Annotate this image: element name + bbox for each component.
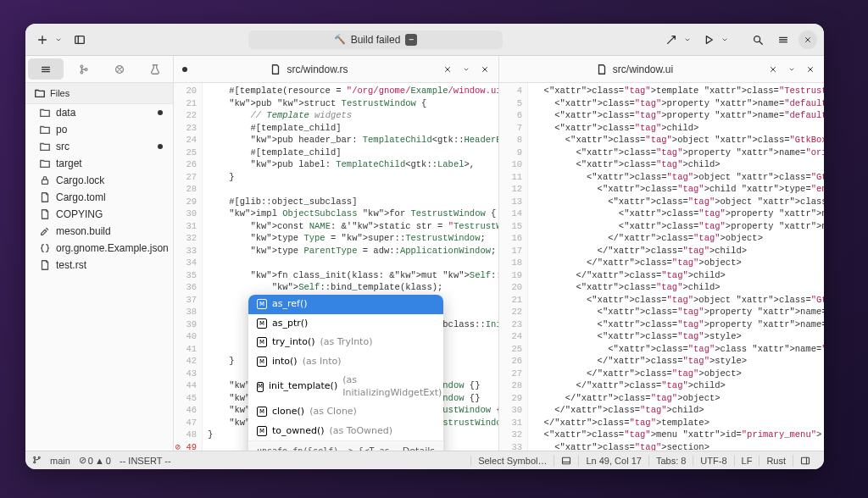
hammer-icon: 🔨 bbox=[334, 34, 346, 45]
sidebar-tab-vcs[interactable] bbox=[66, 56, 102, 82]
language[interactable]: Rust bbox=[759, 456, 793, 466]
build-dropdown[interactable] bbox=[682, 30, 693, 50]
tab-window-ui[interactable]: src/window.ui bbox=[504, 64, 765, 75]
completion-details-button[interactable]: Details bbox=[403, 445, 435, 451]
pane-close-button[interactable] bbox=[802, 61, 819, 78]
completion-label: clone() bbox=[272, 406, 304, 418]
completion-item[interactable]: мinit_template() (as InitializingWidgetE… bbox=[248, 371, 443, 402]
panel-toggle[interactable] bbox=[554, 455, 578, 467]
run-dropdown[interactable] bbox=[719, 30, 731, 50]
new-button[interactable] bbox=[32, 30, 53, 50]
file-tree-item[interactable]: org.gnome.Example.json bbox=[25, 240, 173, 257]
run-button[interactable] bbox=[698, 30, 719, 50]
cursor-position[interactable]: Ln 49, Col 17 bbox=[578, 456, 648, 466]
tab-menu-button[interactable] bbox=[783, 61, 800, 78]
search-button[interactable] bbox=[748, 30, 768, 50]
completion-label: try_into() bbox=[272, 336, 315, 349]
sidebar-tab-files[interactable] bbox=[28, 58, 64, 80]
completion-item[interactable]: мinto() (as Into) bbox=[248, 352, 443, 372]
method-icon: м bbox=[257, 426, 267, 436]
file-label: COPYING bbox=[56, 208, 103, 220]
folder-icon bbox=[39, 158, 51, 169]
completion-popup: мas_ref() мas_ptr() мtry_into() (as TryI… bbox=[248, 295, 443, 451]
build-fail-icon: – bbox=[405, 34, 417, 46]
completion-item[interactable]: мas_ptr() bbox=[248, 314, 443, 334]
code-editor-left[interactable]: 2021222324252627282930313233343536373839… bbox=[174, 83, 498, 451]
file-tree-item[interactable]: COPYING bbox=[25, 206, 173, 223]
completion-item[interactable]: мclone() (as Clone) bbox=[248, 402, 443, 422]
statusbar: main ⊘0 ▲0 -- INSERT -- Select Symbol… L… bbox=[25, 451, 824, 469]
tab-window-rs[interactable]: src/window.rs bbox=[179, 64, 439, 75]
code-editor-right[interactable]: 4567891011121314151617181920212223242526… bbox=[499, 83, 824, 451]
pane-close-button[interactable] bbox=[476, 61, 493, 78]
encoding[interactable]: UTF-8 bbox=[693, 456, 733, 466]
file-tree-item[interactable]: data bbox=[25, 104, 173, 121]
line-ending[interactable]: LF bbox=[734, 456, 760, 466]
titlebar: 🔨 Build failed – bbox=[25, 24, 824, 56]
svg-rect-10 bbox=[563, 457, 570, 464]
json-icon bbox=[39, 242, 51, 254]
sidebar-header: Files bbox=[25, 83, 173, 104]
menu-button[interactable] bbox=[773, 30, 793, 50]
file-label: data bbox=[56, 107, 75, 119]
file-icon bbox=[39, 191, 51, 203]
file-tree-item[interactable]: meson.build bbox=[25, 223, 173, 240]
completion-label: to_owned() bbox=[272, 425, 325, 438]
svg-rect-0 bbox=[75, 36, 85, 43]
branch-name[interactable]: main bbox=[50, 456, 70, 466]
tab-close-button[interactable] bbox=[765, 61, 782, 78]
completion-item[interactable]: мto_owned() (as ToOwned) bbox=[248, 422, 443, 441]
svg-rect-6 bbox=[42, 180, 48, 184]
window-close-button[interactable] bbox=[798, 30, 817, 49]
build-status-bar[interactable]: 🔨 Build failed – bbox=[248, 30, 503, 49]
completion-hint: (as InitializingWidgetExt) bbox=[342, 374, 442, 399]
file-tree-item[interactable]: test.rst bbox=[25, 257, 173, 274]
svg-rect-11 bbox=[802, 457, 810, 464]
warning-icon: ▲ bbox=[95, 456, 104, 466]
tab-menu-button[interactable] bbox=[458, 61, 475, 78]
file-label: src bbox=[56, 141, 70, 152]
ide-window: 🔨 Build failed – bbox=[25, 24, 824, 469]
completion-hint: (as Into) bbox=[303, 356, 342, 368]
sidebar-tab-tests[interactable] bbox=[137, 56, 173, 82]
method-icon: м bbox=[257, 299, 267, 309]
sidebar-tab-debug[interactable] bbox=[102, 56, 137, 82]
file-tree-item[interactable]: src bbox=[25, 138, 173, 155]
file-icon bbox=[270, 64, 281, 75]
method-icon: м bbox=[257, 357, 267, 367]
file-label: Cargo.lock bbox=[56, 174, 104, 186]
file-tree-item[interactable]: target bbox=[25, 155, 173, 172]
diagnostics[interactable]: ⊘0 ▲0 bbox=[79, 455, 111, 466]
sidebar-right-toggle[interactable] bbox=[793, 455, 817, 467]
tab-label: src/window.ui bbox=[613, 64, 673, 75]
file-label: org.gnome.Example.json bbox=[56, 242, 169, 254]
modified-dot bbox=[158, 144, 163, 149]
new-dropdown[interactable] bbox=[53, 30, 64, 50]
file-label: po bbox=[56, 124, 67, 136]
completion-label: as_ref() bbox=[272, 298, 307, 311]
folder-icon bbox=[39, 107, 51, 119]
file-tree[interactable]: dataposrctargetCargo.lockCargo.tomlCOPYI… bbox=[25, 104, 173, 451]
sidebar-header-label: Files bbox=[50, 88, 70, 98]
completion-label: as_ptr() bbox=[272, 318, 308, 330]
file-tree-item[interactable]: Cargo.toml bbox=[25, 189, 173, 206]
sidebar: Files dataposrctargetCargo.lockCargo.tom… bbox=[25, 56, 174, 451]
file-tree-item[interactable]: Cargo.lock bbox=[25, 172, 173, 189]
build-status-label: Build failed bbox=[351, 34, 401, 46]
file-tree-item[interactable]: po bbox=[25, 121, 173, 138]
tab-close-button[interactable] bbox=[439, 61, 456, 78]
completion-label: into() bbox=[272, 356, 298, 368]
panel-toggle-button[interactable] bbox=[70, 30, 90, 50]
editor-pane-left: src/window.rs 20212223242526272829303132… bbox=[174, 56, 499, 451]
symbol-selector[interactable]: Select Symbol… bbox=[470, 456, 554, 466]
completion-item[interactable]: мtry_into() (as TryInto) bbox=[248, 333, 443, 352]
build-button[interactable] bbox=[661, 30, 682, 50]
editor-pane-right: src/window.ui 45678910111213141516171819… bbox=[499, 56, 824, 451]
completion-hint: (as TryInto) bbox=[320, 336, 373, 349]
lock-icon bbox=[39, 174, 51, 186]
completion-item[interactable]: мas_ref() bbox=[248, 295, 443, 314]
indent-setting[interactable]: Tabs: 8 bbox=[648, 456, 693, 466]
tab-label: src/window.rs bbox=[287, 64, 348, 75]
sidebar-tabs bbox=[25, 56, 173, 83]
modified-dot bbox=[158, 110, 163, 115]
